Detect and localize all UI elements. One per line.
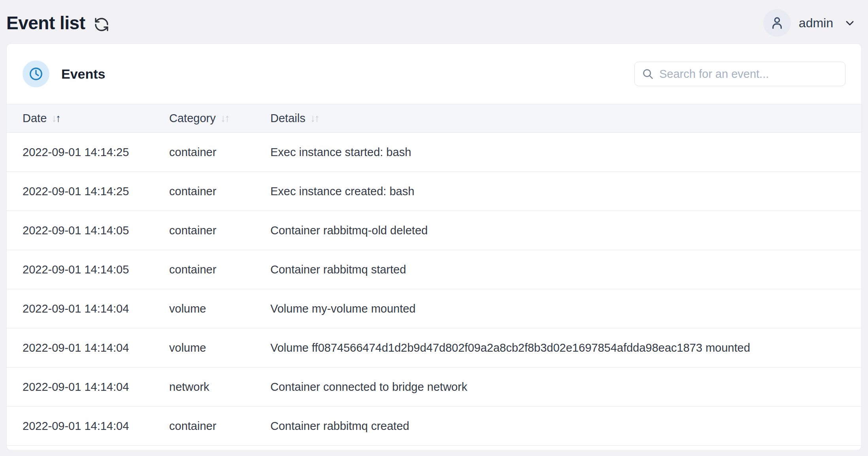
column-header-category[interactable]: Category ↓ ↑	[169, 112, 270, 125]
cell-date: 2022-09-01 14:14:05	[7, 263, 169, 276]
cell-date: 2022-09-01 14:14:05	[7, 224, 169, 237]
table-row: 2022-09-01 14:14:04 network Container co…	[7, 367, 861, 407]
cell-date: 2022-09-01 14:14:04	[7, 420, 169, 433]
column-header-details[interactable]: Details ↓ ↑	[270, 112, 861, 125]
user-menu[interactable]: admin	[763, 9, 856, 37]
table-row: 2022-09-01 14:14:04 volume Volume my-vol…	[7, 289, 861, 328]
cell-details: Container rabbitmq created	[270, 420, 861, 433]
cell-details: Container rabbitmq-old deleted	[270, 224, 861, 237]
cell-category: volume	[169, 341, 270, 354]
events-table-body: 2022-09-01 14:14:25 container Exec insta…	[7, 133, 861, 446]
cell-category: container	[169, 263, 270, 276]
refresh-icon	[94, 17, 109, 32]
cell-category: volume	[169, 302, 270, 315]
column-label: Details	[270, 112, 306, 125]
table-row: 2022-09-01 14:14:05 container Container …	[7, 211, 861, 250]
cell-date: 2022-09-01 14:14:04	[7, 381, 169, 394]
clock-icon	[28, 66, 43, 81]
events-card-header: Events	[7, 44, 861, 104]
sort-icons: ↓ ↑	[221, 112, 230, 124]
search-icon	[642, 68, 654, 80]
page-header: Event list admin	[0, 0, 868, 43]
cell-details: Container rabbitmq started	[270, 263, 861, 276]
cell-category: network	[169, 381, 270, 394]
sort-icons: ↓ ↑	[51, 112, 61, 124]
cell-date: 2022-09-01 14:14:25	[7, 185, 169, 198]
cell-details: Container connected to bridge network	[270, 381, 861, 394]
chevron-down-icon	[843, 17, 856, 29]
cell-category: container	[169, 185, 270, 198]
events-card: Events Date ↓ ↑ Category ↓ ↑	[6, 43, 862, 450]
sort-asc-icon: ↑	[314, 112, 320, 124]
user-name: admin	[799, 16, 833, 30]
cell-details: Exec instance created: bash	[270, 185, 861, 198]
table-row: 2022-09-01 14:14:04 container Container …	[7, 407, 861, 446]
column-label: Category	[169, 112, 216, 125]
clock-icon-badge	[23, 60, 49, 87]
cell-category: container	[169, 146, 270, 159]
sort-asc-icon: ↑	[225, 112, 230, 124]
cell-date: 2022-09-01 14:14:04	[7, 302, 169, 315]
table-header-row: Date ↓ ↑ Category ↓ ↑ Details ↓ ↑	[7, 104, 861, 133]
table-row: 2022-09-01 14:14:05 container Container …	[7, 250, 861, 289]
table-row: 2022-09-01 14:14:04 volume Volume ff0874…	[7, 328, 861, 367]
refresh-button[interactable]	[93, 16, 110, 33]
cell-details: Exec instance started: bash	[270, 146, 861, 159]
search-input[interactable]	[634, 62, 845, 86]
sort-icons: ↓ ↑	[310, 112, 320, 124]
avatar	[763, 9, 791, 37]
table-row: 2022-09-01 14:14:25 container Exec insta…	[7, 133, 861, 172]
card-title: Events	[61, 66, 106, 82]
column-label: Date	[23, 112, 47, 125]
cell-category: container	[169, 224, 270, 237]
column-header-date[interactable]: Date ↓ ↑	[7, 112, 169, 125]
cell-category: container	[169, 420, 270, 433]
cell-details: Volume my-volume mounted	[270, 302, 861, 315]
page-title: Event list	[6, 12, 85, 34]
cell-date: 2022-09-01 14:14:04	[7, 341, 169, 354]
table-row: 2022-09-01 14:14:25 container Exec insta…	[7, 172, 861, 211]
cell-details: Volume ff0874566474d1d2b9d47d802f09a2a8c…	[270, 341, 861, 354]
sort-asc-icon: ↑	[56, 112, 61, 124]
search-box	[634, 62, 845, 86]
user-icon	[770, 15, 785, 30]
cell-date: 2022-09-01 14:14:25	[7, 146, 169, 159]
